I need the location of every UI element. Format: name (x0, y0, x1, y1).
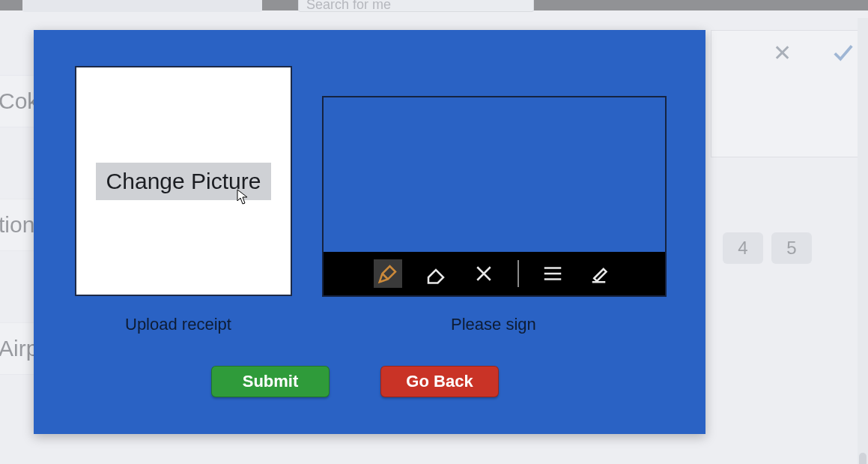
change-picture-button[interactable]: Change Picture (96, 163, 272, 200)
upload-caption: Upload receipt (125, 315, 231, 334)
submit-button[interactable]: Submit (211, 366, 330, 397)
sign-caption: Please sign (451, 315, 536, 334)
clear-icon[interactable] (470, 259, 498, 288)
handwrite-icon[interactable] (586, 259, 615, 288)
signature-canvas[interactable] (324, 97, 665, 252)
toolbar-divider (518, 260, 519, 287)
upload-sign-dialog: Change Picture Upload recei (34, 30, 705, 434)
ink-toolbar (324, 252, 665, 295)
line-weight-icon[interactable] (538, 259, 567, 288)
pen-icon[interactable] (374, 259, 402, 288)
signature-box (322, 96, 667, 297)
eraser-icon[interactable] (422, 259, 450, 288)
go-back-button[interactable]: Go Back (380, 366, 499, 397)
receipt-upload-box: Change Picture (75, 66, 292, 296)
